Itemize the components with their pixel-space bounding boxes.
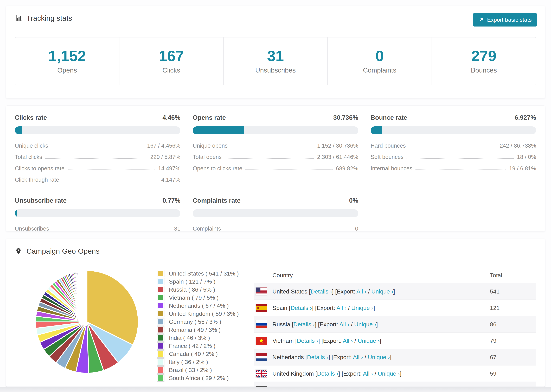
rate-row-label: Total clicks xyxy=(15,154,42,160)
punctuation: ] xyxy=(400,370,402,377)
dotted-leader xyxy=(52,230,171,230)
rate-row-value: 4.147% xyxy=(161,177,180,183)
details-link[interactable]: Details › xyxy=(297,337,318,344)
punctuation: / xyxy=(353,337,358,344)
table-row: Germany [Details ›] [Export: All › / Uni… xyxy=(254,382,536,387)
legend-item: Netherlands ( 67 / 4% ) xyxy=(157,302,254,309)
export-unique-link[interactable]: Unique › xyxy=(351,305,373,311)
legend-item: France ( 42 / 2% ) xyxy=(157,342,254,350)
punctuation: / xyxy=(373,370,378,377)
rate-value: 0.77% xyxy=(162,197,180,204)
summary-value: 1,152 xyxy=(48,49,86,63)
cell-total: 59 xyxy=(490,370,536,377)
punctuation: ] xyxy=(393,288,395,295)
export-unique-link[interactable]: Unique › xyxy=(354,321,376,328)
country-cell-text: United States [Details ›] [Export: All ›… xyxy=(272,288,395,295)
rate-row: Soft bounces18 / 0% xyxy=(371,151,536,163)
punctuation: ] xyxy=(380,337,381,344)
summary-cell-bounces: 279Bounces xyxy=(432,37,536,85)
summary-label: Complaints xyxy=(363,67,396,74)
cell-country: Russia [Details ›] [Export: All › / Uniq… xyxy=(254,320,490,328)
pie-slice xyxy=(87,271,87,322)
geo-title: Campaign Geo Opens xyxy=(27,247,99,255)
punctuation: ] xyxy=(376,321,378,328)
details-link[interactable]: Details › xyxy=(317,370,339,377)
dotted-leader xyxy=(224,230,352,230)
dotted-leader xyxy=(62,181,158,181)
progress-bar xyxy=(15,126,180,134)
geo-header: Campaign Geo Opens xyxy=(15,247,536,255)
progress-bar xyxy=(193,209,358,217)
legend-swatch xyxy=(157,366,164,374)
rate-row: Total clicks220 / 5.87% xyxy=(15,151,180,163)
country-name: Spain xyxy=(272,305,287,311)
table-row: Vietnam [Details ›] [Export: All › / Uni… xyxy=(254,332,536,349)
legend-label: Netherlands ( 67 / 4% ) xyxy=(169,302,229,309)
rate-head: Opens rate30.736% xyxy=(193,114,358,121)
legend-item: United Kingdom ( 59 / 3% ) xyxy=(157,310,254,317)
punctuation: [ xyxy=(307,288,311,295)
summary-label: Opens xyxy=(57,67,77,74)
export-all-link[interactable]: All › xyxy=(339,321,349,328)
rate-row: Total opens2,303 / 61.446% xyxy=(193,151,358,163)
rates-grid: Clicks rate4.46%Unique clicks167 / 4.456… xyxy=(15,114,536,234)
summary-label: Unsubscribes xyxy=(255,67,296,74)
rate-row-label: Internal bounces xyxy=(371,165,412,172)
export-unique-link[interactable]: Unique › xyxy=(368,354,390,360)
campaign-geo-opens-card: Campaign Geo Opens United States ( 541 /… xyxy=(6,238,545,387)
export-all-link[interactable]: All › xyxy=(336,305,346,311)
export-unique-link[interactable]: Unique › xyxy=(371,288,393,295)
summary-cell-unsubscribes: 31Unsubscribes xyxy=(224,37,328,85)
legend-item: Romania ( 49 / 3% ) xyxy=(157,326,254,334)
rate-row-value: 689.82% xyxy=(336,165,358,172)
export-basic-stats-button[interactable]: Export basic stats xyxy=(473,13,537,27)
punctuation: [ xyxy=(287,305,290,311)
export-all-link[interactable]: All › xyxy=(353,354,363,360)
dotted-leader xyxy=(225,158,314,159)
details-link[interactable]: Details › xyxy=(293,321,315,328)
legend-swatch xyxy=(157,270,164,277)
flag-icon-us xyxy=(256,287,267,295)
rate-value: 6.927% xyxy=(515,114,536,121)
legend-swatch xyxy=(157,278,164,285)
legend-swatch xyxy=(157,294,164,301)
dotted-leader xyxy=(407,158,514,159)
cell-country: Vietnam [Details ›] [Export: All › / Uni… xyxy=(254,337,490,345)
export-all-link[interactable]: All › xyxy=(343,337,353,344)
legend-item: South Africa ( 29 / 2% ) xyxy=(157,374,254,382)
summary-value: 0 xyxy=(375,49,384,63)
legend-swatch xyxy=(157,334,164,342)
country-cell-text: Spain [Details ›] [Export: All › / Uniqu… xyxy=(272,305,375,311)
country-name: Vietnam xyxy=(272,337,294,344)
punctuation: [ xyxy=(294,337,297,344)
summary-strip: 1,152Opens167Clicks31Unsubscribes0Compla… xyxy=(15,37,536,85)
geo-pie-chart xyxy=(15,264,157,387)
progress-fill xyxy=(371,126,382,134)
column-country: Country xyxy=(254,272,490,279)
details-link[interactable]: Details › xyxy=(311,288,332,295)
rate-row-value: 19 / 6.81% xyxy=(509,165,536,172)
country-cell-text: Netherlands [Details ›] [Export: All › /… xyxy=(272,354,391,361)
divider xyxy=(6,29,545,29)
rate-row: Opens to clicks rate689.82% xyxy=(193,163,358,174)
punctuation: ] [Export: xyxy=(318,337,343,344)
rate-row-value: 2,303 / 61.446% xyxy=(317,154,358,160)
rate-value: 4.46% xyxy=(162,114,180,121)
export-all-link[interactable]: All › xyxy=(363,370,373,377)
rate-row-label: Click through rate xyxy=(15,177,59,183)
punctuation: ] xyxy=(373,305,375,311)
rate-row: Unsubscribes31 xyxy=(15,223,180,234)
legend-label: Vietnam ( 79 / 5% ) xyxy=(169,294,219,301)
legend-item: India ( 46 / 3% ) xyxy=(157,334,254,342)
export-all-link[interactable]: All › xyxy=(356,288,367,295)
page-title: Tracking stats xyxy=(27,14,72,22)
legend-item: Brazil ( 33 / 2% ) xyxy=(157,366,254,374)
rate-block-clicks-rate: Clicks rate4.46%Unique clicks167 / 4.456… xyxy=(15,114,180,185)
details-link[interactable]: Details › xyxy=(307,354,328,360)
details-link[interactable]: Details › xyxy=(290,305,312,311)
rate-block-bounce-rate: Bounce rate6.927%Hard bounces242 / 86.73… xyxy=(371,114,536,185)
rate-row: Hard bounces242 / 86.738% xyxy=(371,140,536,151)
export-unique-link[interactable]: Unique › xyxy=(378,370,400,377)
punctuation: ] [Export: xyxy=(312,305,337,311)
export-unique-link[interactable]: Unique › xyxy=(358,337,380,344)
